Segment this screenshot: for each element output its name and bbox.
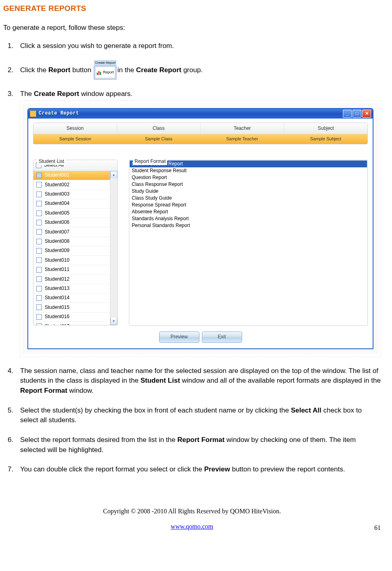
step-2-bold-create-report: Create Report <box>136 66 181 74</box>
student-row[interactable]: Student008 <box>33 237 110 246</box>
student-name: Student015 <box>45 304 69 311</box>
student-name: Student003 <box>45 191 69 198</box>
student-row[interactable]: Student013 <box>33 284 110 293</box>
maximize-button[interactable]: □ <box>353 110 361 118</box>
student-checkbox[interactable] <box>36 201 42 206</box>
col-subject: Subject <box>284 123 368 134</box>
step-6-bold: Report Format <box>177 436 224 444</box>
step-5: Select the student(s) by checking the bo… <box>15 406 381 425</box>
step-7-text-a: You can double click the report format y… <box>20 465 204 473</box>
student-row[interactable]: Student007 <box>33 227 110 237</box>
create-report-screenshot: Create Report _ □ ✕ Session Class Teache… <box>20 101 381 356</box>
create-report-window: Create Report _ □ ✕ Session Class Teache… <box>27 108 373 349</box>
student-checkbox[interactable] <box>36 210 42 216</box>
student-checkbox[interactable] <box>36 192 42 197</box>
step-2-text-a: Click the <box>20 66 48 74</box>
student-checkbox[interactable] <box>36 220 42 225</box>
col-session: Session <box>33 123 117 134</box>
format-item[interactable]: Question Report <box>130 174 367 181</box>
student-checkbox[interactable] <box>36 229 42 235</box>
val-session: Sample Session <box>33 134 117 144</box>
student-row[interactable]: Student016 <box>33 313 110 322</box>
step-2-bold-report: Report <box>48 66 71 74</box>
step-2-text-d: in the <box>117 66 136 74</box>
student-row[interactable]: Student012 <box>33 275 110 284</box>
student-checkbox[interactable] <box>36 239 42 244</box>
session-info-header: Session Class Teacher Subject Sample Ses… <box>33 123 368 144</box>
step-3-bold: Create Report <box>34 90 79 98</box>
student-list-scrollbar[interactable]: ▴ ▾ <box>110 171 117 325</box>
step-5-bold: Select All <box>291 406 321 414</box>
format-item[interactable]: Class Study Guide <box>130 195 367 202</box>
footer-url[interactable]: www.qomo.com <box>171 522 214 531</box>
student-name: Student010 <box>45 257 69 264</box>
step-6: Select the report formats desired from t… <box>15 435 381 455</box>
student-name: Student004 <box>45 200 69 207</box>
student-row[interactable]: Student001 <box>33 171 110 180</box>
student-checkbox[interactable] <box>36 248 42 254</box>
step-4: The session name, class and teacher name… <box>15 366 381 396</box>
student-checkbox[interactable] <box>36 267 42 273</box>
minimize-button[interactable]: _ <box>343 110 352 118</box>
student-row[interactable]: Student010 <box>33 256 110 265</box>
step-3-text-a: The <box>20 90 34 98</box>
student-name: Student002 <box>45 181 69 188</box>
step-4-text-e: window. <box>67 387 93 394</box>
student-checkbox[interactable] <box>36 314 42 320</box>
step-7: You can double click the report format y… <box>15 465 381 475</box>
scroll-up-icon[interactable]: ▴ <box>110 171 117 178</box>
val-teacher: Sample Teacher <box>201 134 284 144</box>
step-7-bold: Preview <box>204 465 230 473</box>
report-format-panel: Student Session Report Student Response … <box>129 160 368 326</box>
student-checkbox[interactable] <box>36 173 42 178</box>
format-item[interactable]: Response Spread Report <box>130 202 367 208</box>
format-item[interactable]: Absentee Report <box>130 208 367 215</box>
report-button-label: Report <box>103 70 114 75</box>
student-row[interactable]: Student017 <box>33 322 110 325</box>
student-checkbox[interactable] <box>36 276 42 282</box>
format-item[interactable]: Study Guide <box>130 188 367 195</box>
format-item[interactable]: Standards Analysis Report <box>130 215 367 222</box>
exit-button[interactable]: Exit <box>202 331 242 342</box>
student-name: Student009 <box>45 247 69 254</box>
close-button[interactable]: ✕ <box>362 110 371 118</box>
student-row[interactable]: Student006 <box>33 218 110 227</box>
step-4-bold-1: Student List <box>141 377 180 384</box>
student-row[interactable]: Student009 <box>33 246 110 256</box>
student-checkbox[interactable] <box>36 295 42 301</box>
step-2: Click the Report button Create Report Re… <box>15 61 381 79</box>
student-checkbox[interactable] <box>36 323 42 325</box>
student-name: Student007 <box>45 229 69 235</box>
student-checkbox[interactable] <box>36 257 42 263</box>
student-row[interactable]: Student003 <box>33 190 110 199</box>
step-4-text-c: window and all of the available report f… <box>180 377 381 384</box>
student-checkbox[interactable] <box>36 286 42 292</box>
student-checkbox[interactable] <box>36 182 42 188</box>
student-row[interactable]: Student004 <box>33 199 110 208</box>
student-row[interactable]: Student014 <box>33 294 110 303</box>
student-name: Student014 <box>45 294 69 301</box>
student-name: Student008 <box>45 238 69 245</box>
scroll-down-icon[interactable]: ▾ <box>110 318 117 325</box>
val-subject: Sample Subject <box>284 134 367 144</box>
report-format-label: Report Format <box>133 158 167 165</box>
bar-chart-icon <box>97 70 102 75</box>
page-footer: Copyright © 2008 -2010 All Rights Reserv… <box>3 507 381 531</box>
student-name: Student001 <box>45 172 69 179</box>
format-item[interactable]: Class Response Report <box>130 181 367 188</box>
student-row[interactable]: Student005 <box>33 208 110 218</box>
student-row[interactable]: Student011 <box>33 265 110 275</box>
step-3: The Create Report window appears. Create… <box>15 89 381 356</box>
col-teacher: Teacher <box>200 123 284 134</box>
page-number: 61 <box>374 523 381 532</box>
format-item[interactable]: Student Response Result <box>130 167 367 174</box>
step-1: Click a session you wish to generate a r… <box>15 41 381 51</box>
step-6-text-a: Select the report formats desired from t… <box>20 436 177 444</box>
student-checkbox[interactable] <box>36 304 42 310</box>
preview-button[interactable]: Preview <box>159 331 199 342</box>
window-icon <box>30 110 36 117</box>
student-name: Student013 <box>45 285 69 292</box>
format-item[interactable]: Personal Standards Report <box>130 222 367 229</box>
student-row[interactable]: Student015 <box>33 303 110 312</box>
student-row[interactable]: Student002 <box>33 180 110 190</box>
